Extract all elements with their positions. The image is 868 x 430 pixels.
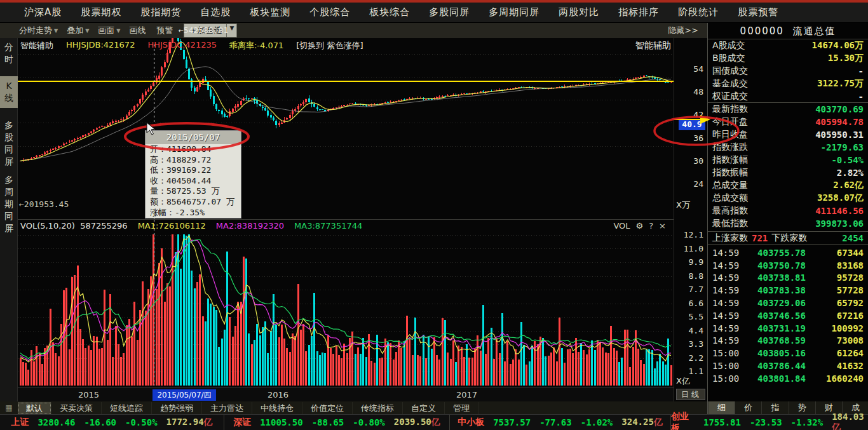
quote-row: 总成交额 3258.07亿 [708,192,868,205]
tooltip-row: 收：404504.44 [146,176,241,187]
quote-row: B股成交 15.30万 [708,52,868,65]
sidebar-item-intraday[interactable]: 分时 [1,40,17,67]
indicator-hhjsjdb: HHJSJDB:421672 [66,40,135,51]
chevron-down-icon: ▼ [54,28,58,34]
strategy-tab[interactable]: 默认 [18,402,51,414]
menu-item[interactable]: 股票期权 [81,6,121,18]
volume-chart[interactable] [18,219,674,387]
indicator-hhjsjdc: HHJSJDC:421235 [147,40,217,51]
view-sidebar: 分时 K线 多股同屏 多周期同屏 [0,38,18,401]
quote-tab[interactable]: 细 [708,401,735,414]
chevron-down-icon: ▼ [116,28,120,34]
volume-tick: 4.4 [674,326,703,336]
tick-row: 15:00 403786.44 41632 [708,359,868,372]
yellow-arrow-icon [700,115,710,124]
menu-item[interactable]: 股指期货 [140,6,181,18]
quote-tab[interactable]: 指 [761,401,788,414]
volume-indicator-header: VOL(5,10,20) 587255296 MA1:726106112 MA2… [20,221,362,231]
status-chinext[interactable]: 创业板1755.81 -23.53-1.32% 184.03亿 [670,415,868,430]
strategy-tab[interactable]: 价值定位 [302,402,353,414]
chevron-down-icon: ▼ [85,28,89,34]
toolbar-item[interactable]: 画线 [129,25,147,36]
tooltip-row: 量：58725.53 万 [146,186,241,197]
main-menubar: 沪深A股股票期权股指期货自选股板块监测个股综合板块综合多股同屏多周期同屏两股对比… [0,3,868,23]
status-sme-board[interactable]: 中小板7537.57 -77.63-1.02% 324.25亿 [449,415,670,430]
menu-item[interactable]: 自选股 [200,6,231,18]
volume-tick: 8.8 [674,271,703,281]
tick-row: 14:59 403783.38 57728 [708,284,868,297]
switch-hint[interactable]: [切换到 紫色涨停] [296,40,363,51]
tooltip-row: 额：85646757.07 万 [146,197,241,208]
strategy-tab[interactable]: 管理 [445,402,478,414]
quote-row: 指数涨跌 -2179.63 [708,141,868,154]
tick-row: 14:59 403750.78 83168 [708,259,868,272]
add-to-watchlist-dropdown[interactable]: ▼ [227,24,237,37]
advancers-decliners-row: 上涨家数721 下跌家数2454 [708,231,868,245]
toolbar-item[interactable]: 预警 [156,25,175,36]
price-tick: 54 [674,64,703,74]
peak-price-annotation: ←542588.81 [179,25,228,35]
smart-assist-label: 智能辅助 [20,40,53,51]
toolbar-item[interactable]: 画面▼ [98,25,120,36]
menu-item[interactable]: 两股对比 [559,6,599,18]
market-status-bar: 上证3280.46 -16.60-0.50% 1772.94亿 深证11005.… [0,414,868,430]
crosshair-date-label: 2015/05/07/四 [153,389,216,401]
strategy-tab[interactable]: 主力雷达 [202,402,252,414]
strategy-tab[interactable]: 趋势强弱 [152,402,202,414]
gear-icon[interactable]: ⚙ [636,221,644,231]
close-icon[interactable]: × [659,221,666,231]
tick-list: 14:59 403755.78 67344 14:59 403750.78 83… [708,246,868,385]
tooltip-row: 开：411690.84 [146,144,241,155]
quote-panel: 000000 流通总值 A股成交 14674.06万 B股成交 15.30万 国… [707,23,868,414]
strategy-tab[interactable]: 自定义 [403,402,445,414]
toolbar-dropdowns: 分时走势▼叠加▼画面▼画线预警 [19,25,175,36]
period-daily-button[interactable]: 日线 [676,389,705,400]
status-shanghai[interactable]: 上证3280.46 -16.60-0.50% 1772.94亿 [0,415,224,430]
menu-item[interactable]: 阶段统计 [678,6,719,18]
tick-row: 14:59 403738.81 95728 [708,272,868,285]
quote-row: 最高指数 411146.56 [708,205,868,217]
strategy-tab[interactable]: 买卖决策 [51,402,102,414]
menu-item[interactable]: 个股综合 [309,6,350,18]
time-axis: 2015 2015/05/07/四 2016 2017 [18,387,674,401]
smart-assist-label-right: 智能辅助 [629,40,671,51]
volume-tick: 11.0 [674,244,703,254]
quote-row: 国债成交 - [708,65,868,77]
tick-row: 14:59 403755.78 67344 [708,246,868,259]
tooltip-row: 低：399169.22 [146,165,241,176]
status-shenzhen[interactable]: 深证11005.50 -88.65-0.80% 2039.50亿 [224,415,449,430]
quote-row: 昨日收盘 405950.31 [708,128,868,141]
menu-item[interactable]: 板块监测 [250,6,290,18]
grid-icon[interactable]: ▦ [0,403,18,412]
axis-year-2016: 2016 [268,390,288,400]
menu-item[interactable]: 股票预警 [738,6,778,18]
hide-panel-button[interactable]: 隐藏>> [668,25,698,36]
sidebar-item-kline[interactable]: K线 [0,76,18,108]
kline-chart[interactable] [18,38,674,219]
menu-item[interactable]: 多周期同屏 [489,6,539,18]
toolbar-item[interactable]: 分时走势▼ [19,25,58,36]
quote-tab[interactable]: 势 [789,401,815,414]
quote-panel-header: 000000 流通总值 [708,23,868,39]
strategy-tab[interactable]: 传统指标 [353,402,403,414]
menu-item[interactable]: 板块综合 [369,6,410,18]
axis-year-2015: 2015 [78,390,99,400]
toolbar-item[interactable]: 叠加▼ [67,25,89,36]
strategy-tab[interactable]: 中线持仓 [252,402,302,414]
sidebar-item-multi-stock[interactable]: 多股同屏 [1,118,17,169]
quote-row: 指数涨幅 -0.54% [708,154,868,166]
menu-item[interactable]: 沪深A股 [24,6,62,18]
sidebar-item-multi-period[interactable]: 多周期同屏 [1,173,17,236]
menu-item[interactable]: 指标排序 [618,6,659,18]
vol-ma3: MA3:877351744 [294,221,362,231]
help-icon[interactable]: ? [649,221,653,231]
menu-item[interactable]: 多股同屏 [429,6,470,18]
strategy-tab[interactable]: 短线追踪 [102,402,152,414]
quote-row: 基金成交 3122.75万 [708,77,868,90]
quote-tab[interactable]: 价 [735,401,761,414]
tick-row: 14:59 403746.56 67216 [708,309,868,322]
vol-ma1: MA1:726106112 [138,221,206,231]
price-axis-column: 544842363024 X万 40.9 12.111.09.98.87.76.… [674,38,707,401]
strategy-tabbar: ▦ 默认买卖决策短线追踪趋势强弱主力雷达中线持仓价值定位传统指标自定义管理 [0,401,707,414]
vol-params: VOL(5,10,20) 587255296 [20,221,128,231]
